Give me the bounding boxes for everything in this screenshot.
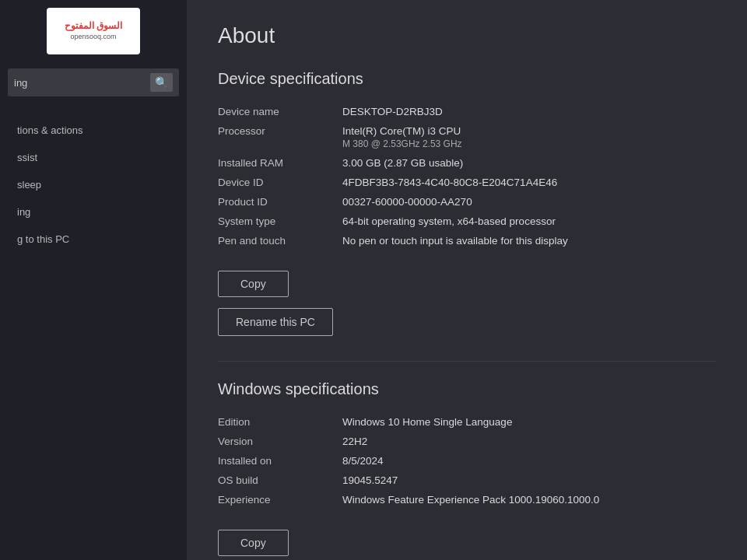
spec-value: Windows Feature Experience Pack 1000.190… — [342, 490, 716, 509]
spec-label: Device ID — [218, 173, 342, 192]
page-title: About — [218, 23, 716, 48]
logo-opensooq: opensooq.com — [65, 33, 122, 42]
spec-label: Version — [218, 432, 342, 451]
table-row: Processor Intel(R) Core(TM) i3 CPU M 380… — [218, 121, 716, 153]
table-row: Device ID 4FDBF3B3-7843-4C40-80C8-E204C7… — [218, 173, 716, 192]
sidebar-items: tions & actions ssist sleep ing g to thi… — [0, 118, 187, 251]
section-divider — [218, 361, 716, 362]
spec-value: Windows 10 Home Single Language — [342, 412, 716, 432]
spec-value: Intel(R) Core(TM) i3 CPU M 380 @ 2.53GHz… — [342, 121, 716, 153]
spec-value: 64-bit operating system, x64-based proce… — [342, 212, 716, 231]
search-input[interactable] — [14, 77, 150, 89]
spec-value: No pen or touch input is available for t… — [342, 231, 716, 250]
table-row: Pen and touch No pen or touch input is a… — [218, 231, 716, 250]
spec-label: Processor — [218, 121, 342, 153]
sidebar-item-4[interactable]: g to this PC — [8, 227, 179, 251]
windows-copy-button[interactable]: Copy — [218, 530, 289, 556]
table-row: Edition Windows 10 Home Single Language — [218, 412, 716, 432]
rename-pc-button[interactable]: Rename this PC — [218, 308, 333, 336]
spec-value: 22H2 — [342, 432, 716, 451]
spec-label: Pen and touch — [218, 231, 342, 250]
device-specs-title: Device specifications — [218, 70, 716, 88]
spec-label: Experience — [218, 490, 342, 509]
windows-specs-table: Edition Windows 10 Home Single Language … — [218, 412, 716, 509]
spec-value: 00327-60000-00000-AA270 — [342, 192, 716, 212]
sidebar-item-2[interactable]: sleep — [8, 173, 179, 197]
main-content: About Device specifications Device name … — [187, 0, 747, 560]
spec-label: Installed RAM — [218, 153, 342, 173]
sidebar-item-0[interactable]: tions & actions — [8, 118, 179, 142]
table-row: System type 64-bit operating system, x64… — [218, 212, 716, 231]
spec-label: Installed on — [218, 451, 342, 471]
table-row: Version 22H2 — [218, 432, 716, 451]
spec-value: 4FDBF3B3-7843-4C40-80C8-E204C71A4E46 — [342, 173, 716, 192]
spec-label: System type — [218, 212, 342, 231]
sidebar-item-1[interactable]: ssist — [8, 145, 179, 170]
sidebar-item-3[interactable]: ing — [8, 200, 179, 224]
spec-label: OS build — [218, 471, 342, 490]
table-row: Installed on 8/5/2024 — [218, 451, 716, 471]
table-row: Device name DESKTOP-D2RBJ3D — [218, 102, 716, 121]
spec-value: 3.00 GB (2.87 GB usable) — [342, 153, 716, 173]
spec-label: Device name — [218, 102, 342, 121]
spec-value: DESKTOP-D2RBJ3D — [342, 102, 716, 121]
table-row: Product ID 00327-60000-00000-AA270 — [218, 192, 716, 212]
search-button[interactable]: 🔍 — [150, 73, 173, 92]
spec-value: 8/5/2024 — [342, 451, 716, 471]
windows-specs-title: Windows specifications — [218, 380, 716, 398]
device-specs-table: Device name DESKTOP-D2RBJ3D Processor In… — [218, 102, 716, 250]
sidebar: السوق المفتوح opensooq.com 🔍 tions & act… — [0, 0, 187, 560]
table-row: Installed RAM 3.00 GB (2.87 GB usable) — [218, 153, 716, 173]
spec-value: 19045.5247 — [342, 471, 716, 490]
search-bar: 🔍 — [8, 68, 179, 96]
logo: السوق المفتوح opensooq.com — [47, 8, 140, 54]
table-row: Experience Windows Feature Experience Pa… — [218, 490, 716, 509]
logo-arabic: السوق المفتوح — [65, 20, 122, 33]
spec-label: Product ID — [218, 192, 342, 212]
table-row: OS build 19045.5247 — [218, 471, 716, 490]
spec-label: Edition — [218, 412, 342, 432]
device-copy-button[interactable]: Copy — [218, 271, 289, 297]
